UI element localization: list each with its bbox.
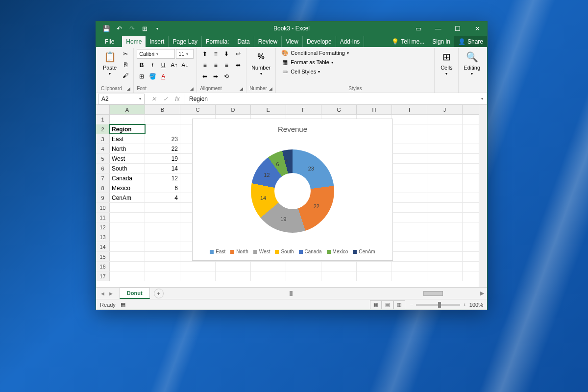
borders-icon[interactable]: ⊞ bbox=[137, 72, 147, 81]
page-layout-view-icon[interactable]: ▤ bbox=[382, 300, 393, 309]
cell-styles-button[interactable]: ▭Cell Styles▾ bbox=[279, 68, 322, 75]
cell-A13[interactable] bbox=[110, 232, 145, 242]
cell-B17[interactable] bbox=[145, 271, 180, 281]
cell-J4[interactable] bbox=[427, 144, 463, 153]
cell-G17[interactable] bbox=[321, 271, 357, 281]
maximize-button[interactable]: ☐ bbox=[448, 22, 467, 35]
cell-A9[interactable]: CenAm bbox=[110, 193, 145, 202]
cell-F16[interactable] bbox=[286, 262, 321, 271]
chart-object[interactable]: Revenue 232219141264 EastNorthWestSouthC… bbox=[192, 119, 393, 261]
align-center-icon[interactable]: ≡ bbox=[211, 60, 220, 70]
grow-font-icon[interactable]: A↑ bbox=[169, 60, 179, 70]
cell-G16[interactable] bbox=[321, 262, 357, 271]
cell-H17[interactable] bbox=[357, 271, 392, 281]
cell-B8[interactable]: 6 bbox=[145, 183, 180, 193]
cell-J12[interactable] bbox=[427, 222, 463, 232]
cell-B2[interactable] bbox=[145, 124, 180, 134]
tab-formulas[interactable]: Formula: bbox=[202, 36, 233, 47]
cell-B10[interactable] bbox=[145, 203, 180, 212]
cell-J3[interactable] bbox=[427, 134, 463, 144]
zoom-out-button[interactable]: − bbox=[410, 302, 413, 308]
row-header-2[interactable]: 2 bbox=[96, 124, 110, 134]
qat-customize-icon[interactable]: ▾ bbox=[152, 23, 163, 34]
normal-view-icon[interactable]: ▦ bbox=[370, 300, 382, 309]
minimize-button[interactable]: — bbox=[428, 22, 448, 35]
cell-J6[interactable] bbox=[427, 164, 463, 173]
cell-I13[interactable] bbox=[392, 232, 427, 242]
font-color-icon[interactable]: A bbox=[158, 72, 168, 81]
cell-I12[interactable] bbox=[392, 222, 427, 232]
cell-I4[interactable] bbox=[392, 144, 427, 153]
cell-D16[interactable] bbox=[216, 262, 251, 271]
macro-record-icon[interactable]: ▦ bbox=[121, 301, 125, 308]
cell-I10[interactable] bbox=[392, 203, 427, 212]
cell-C16[interactable] bbox=[180, 262, 216, 271]
zoom-in-button[interactable]: + bbox=[463, 302, 466, 308]
tab-file[interactable]: File bbox=[99, 36, 120, 47]
align-top-icon[interactable]: ⬆ bbox=[200, 49, 210, 59]
cell-A5[interactable]: West bbox=[110, 154, 145, 163]
wrap-text-icon[interactable]: ↩ bbox=[233, 49, 243, 59]
cell-I15[interactable] bbox=[392, 252, 427, 261]
cell-A15[interactable] bbox=[110, 252, 145, 261]
fx-icon[interactable]: fx bbox=[172, 94, 183, 104]
cell-I16[interactable] bbox=[392, 262, 427, 271]
cell-I3[interactable] bbox=[392, 134, 427, 144]
row-header-6[interactable]: 6 bbox=[96, 164, 110, 173]
zoom-level[interactable]: 100% bbox=[469, 302, 483, 308]
row-header-4[interactable]: 4 bbox=[96, 144, 110, 153]
format-painter-icon[interactable]: 🖌 bbox=[121, 71, 130, 80]
cell-I1[interactable] bbox=[392, 115, 427, 124]
row-header-10[interactable]: 10 bbox=[96, 203, 110, 212]
sheet-tab-donut[interactable]: Donut bbox=[120, 288, 150, 299]
dialog-launcher-icon[interactable]: ◢ bbox=[190, 86, 194, 91]
cell-I2[interactable] bbox=[392, 124, 427, 134]
cell-D17[interactable] bbox=[216, 271, 251, 281]
horizontal-scrollbar[interactable] bbox=[168, 291, 473, 296]
tab-review[interactable]: Review bbox=[254, 36, 282, 47]
cell-B9[interactable]: 4 bbox=[145, 193, 180, 202]
zoom-slider[interactable] bbox=[416, 304, 460, 306]
cell-A1[interactable] bbox=[110, 115, 145, 124]
cell-J14[interactable] bbox=[427, 242, 463, 251]
editing-button[interactable]: 🔍 Editing ▾ bbox=[462, 49, 482, 77]
cell-A2[interactable]: Region bbox=[110, 124, 145, 134]
cell-A11[interactable] bbox=[110, 213, 145, 222]
copy-icon[interactable]: ⎘ bbox=[121, 60, 130, 70]
dialog-launcher-icon[interactable]: ◢ bbox=[127, 86, 130, 91]
decrease-indent-icon[interactable]: ⬅ bbox=[200, 72, 210, 81]
align-left-icon[interactable]: ≡ bbox=[200, 60, 210, 70]
cell-J13[interactable] bbox=[427, 232, 463, 242]
cell-A8[interactable]: Mexico bbox=[110, 183, 145, 193]
dialog-launcher-icon[interactable]: ◢ bbox=[269, 86, 272, 91]
cell-B1[interactable] bbox=[145, 115, 180, 124]
cell-E16[interactable] bbox=[251, 262, 286, 271]
cell-B14[interactable] bbox=[145, 242, 180, 251]
row-header-3[interactable]: 3 bbox=[96, 134, 110, 144]
cut-icon[interactable]: ✂ bbox=[121, 49, 130, 59]
column-header-G[interactable]: G bbox=[321, 105, 357, 114]
tab-home[interactable]: Home bbox=[122, 36, 146, 47]
column-header-A[interactable]: A bbox=[110, 105, 145, 114]
sheet-nav[interactable]: ◄► bbox=[96, 291, 118, 296]
enter-formula-icon[interactable]: ✓ bbox=[160, 94, 171, 104]
cell-J2[interactable] bbox=[427, 124, 463, 134]
merge-center-icon[interactable]: ⬌ bbox=[233, 60, 243, 70]
cell-I17[interactable] bbox=[392, 271, 427, 281]
cell-C17[interactable] bbox=[180, 271, 216, 281]
cell-B15[interactable] bbox=[145, 252, 180, 261]
cell-A16[interactable] bbox=[110, 262, 145, 271]
row-header-9[interactable]: 9 bbox=[96, 193, 110, 202]
row-header-8[interactable]: 8 bbox=[96, 183, 110, 193]
row-header-14[interactable]: 14 bbox=[96, 242, 110, 251]
cell-I14[interactable] bbox=[392, 242, 427, 251]
paste-button[interactable]: 📋 Paste ▾ bbox=[101, 49, 119, 77]
cell-J10[interactable] bbox=[427, 203, 463, 212]
tab-developer[interactable]: Develope bbox=[303, 36, 336, 47]
align-right-icon[interactable]: ≡ bbox=[221, 60, 231, 70]
cell-J7[interactable] bbox=[427, 173, 463, 183]
cell-J15[interactable] bbox=[427, 252, 463, 261]
cell-I8[interactable] bbox=[392, 183, 427, 193]
bold-button[interactable]: B bbox=[137, 60, 147, 70]
cell-J17[interactable] bbox=[427, 271, 463, 281]
